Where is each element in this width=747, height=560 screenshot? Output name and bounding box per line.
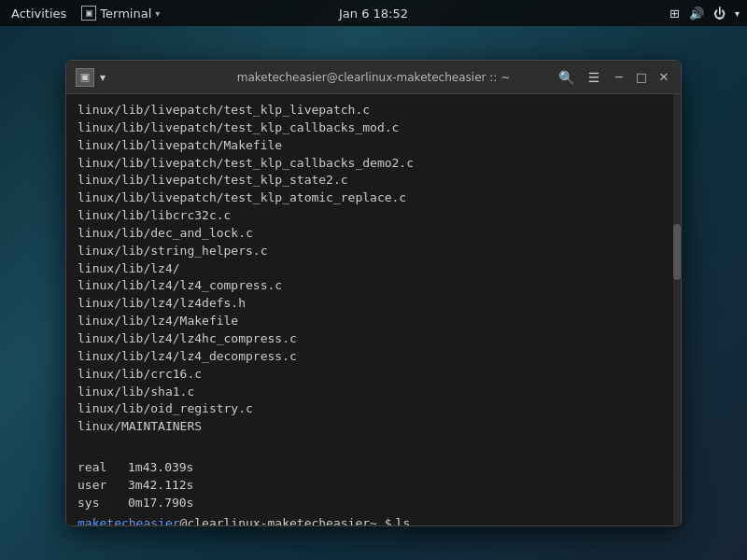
terminal-line: linux/lib/lz4/Makefile [78,313,669,330]
terminal-line: linux/lib/livepatch/test_klp_state2.c [78,172,669,189]
network-icon[interactable]: ⊞ [669,7,680,21]
terminal-titlebar: ▣ ▾ maketecheasier@clearlinux-maketechea… [66,61,681,94]
topbar-datetime: Jan 6 18:52 [339,7,408,21]
terminal-line: linux/lib/lz4/lz4defs.h [78,295,669,313]
terminal-line: linux/lib/livepatch/test_klp_callbacks_d… [78,155,669,173]
terminal-prompt: maketecheasier @ clearlinux-maketecheasi… [78,515,669,525]
scrollbar-thumb[interactable] [673,224,681,280]
topbar-right: ⊞ 🔊 ⏻ ▾ [669,7,740,21]
terminal-tab[interactable]: ▣ Terminal ▾ [81,6,160,21]
titlebar-controls: 🔍 ☰ ─ □ ✕ [556,67,671,88]
terminal-line: linux/lib/lz4/lz4_compress.c [78,277,669,295]
timing-row-user: user 3m42.112s [78,477,669,495]
timing-user-value: 3m42.112s [128,477,669,495]
terminal-icon: ▣ [81,6,96,21]
prompt-at: @ [180,515,188,525]
terminal-line: linux/lib/lz4/lz4hc_compress.c [78,330,669,348]
prompt-hostname: clearlinux-maketecheasier [187,515,370,525]
terminal-body[interactable]: linux/lib/livepatch/test_klp_livepatch.c… [66,94,681,525]
titlebar-menu-icon[interactable]: ☰ [584,67,604,88]
topbar: Activities ▣ Terminal ▾ Jan 6 18:52 ⊞ 🔊 … [0,0,747,26]
titlebar-minimize-button[interactable]: ─ [612,70,627,85]
timing-row-real: real 1m43.039s [78,459,669,477]
timing-sys-label: sys [78,495,124,512]
terminal-window-icon: ▣ [76,68,94,87]
prompt-command: ls [396,515,411,525]
terminal-tab-label: Terminal [100,7,151,21]
terminal-line: linux/lib/livepatch/test_klp_callbacks_m… [78,119,669,137]
prompt-username: maketecheasier [78,515,180,525]
terminal-line: linux/lib/livepatch/Makefile [78,137,669,155]
terminal-line: linux/lib/dec_and_lock.c [78,225,669,243]
timing-sys-value: 0m17.790s [128,495,669,512]
timing-user-label: user [78,477,124,495]
terminal-line: linux/lib/sha1.c [78,384,669,401]
terminal-line: linux/MAINTAINERS [78,418,669,436]
terminal-line: linux/lib/livepatch/test_klp_atomic_repl… [78,189,669,207]
terminal-line [78,441,669,459]
terminal-line: linux/lib/oid_registry.c [78,400,669,418]
scrollbar[interactable] [673,94,681,525]
timing-real-label: real [78,459,124,477]
titlebar-maximize-button[interactable]: □ [634,70,649,85]
terminal-line: linux/lib/libcrc32c.c [78,207,669,225]
timing-real-value: 1m43.039s [128,459,669,477]
titlebar-close-button[interactable]: ✕ [656,70,671,85]
desktop-area: ▣ ▾ maketecheasier@clearlinux-maketechea… [0,26,747,560]
activities-button[interactable]: Activities [7,5,70,22]
terminal-line: linux/lib/lz4/ [78,260,669,278]
titlebar-search-icon[interactable]: 🔍 [556,67,576,88]
terminal-line: linux/lib/livepatch/test_klp_livepatch.c [78,102,669,119]
topbar-left: Activities ▣ Terminal ▾ [7,5,160,22]
terminal-tab-chevron[interactable]: ▾ [155,8,160,19]
terminal-line: linux/lib/lz4/lz4_decompress.c [78,348,669,366]
volume-icon[interactable]: 🔊 [689,7,704,21]
prompt-tilde: ~ [370,515,377,525]
timing-section: real 1m43.039s user 3m42.112s sys 0m17.7… [78,441,669,511]
timing-row-sys: sys 0m17.790s [78,495,669,512]
terminal-line: linux/lib/crc16.c [78,366,669,384]
settings-chevron[interactable]: ▾ [735,8,740,19]
titlebar-title: maketecheasier@clearlinux-maketecheasier… [237,71,510,84]
power-icon[interactable]: ⏻ [713,7,726,21]
prompt-dollar: $ [377,515,392,525]
terminal-line: linux/lib/string_helpers.c [78,243,669,260]
titlebar-dropdown-arrow[interactable]: ▾ [100,71,106,84]
terminal-output: linux/lib/livepatch/test_klp_livepatch.c… [78,102,669,525]
terminal-window: ▣ ▾ maketecheasier@clearlinux-maketechea… [65,60,682,526]
